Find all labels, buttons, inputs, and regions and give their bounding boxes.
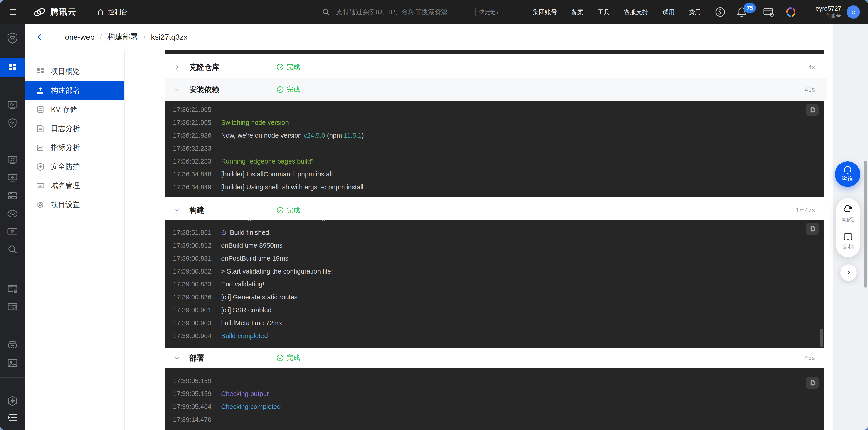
rail-image-icon[interactable] [7,358,18,368]
rail-divider [0,84,25,85]
rail-terminal-list-icon[interactable] [7,413,18,422]
sidebar-item-log-analysis[interactable]: 日志分析 [25,119,124,138]
sidebar-item-domains[interactable]: W. 域名管理 [25,176,124,195]
notification-bell-icon[interactable]: 75 [737,7,747,18]
service-icon[interactable] [715,7,725,17]
duration-label: 1m47s [796,207,815,214]
settings-icon [36,201,44,209]
log-line: 17:39:00.832> Start validating the confi… [165,265,824,278]
nav-trial[interactable]: 试用 [662,8,675,16]
status-badge: 完成 [276,63,300,72]
log-line: 17:39:00.901[cli] SSR enabled [165,304,824,317]
nav-billing[interactable]: 费用 [689,8,701,16]
rail-globe-pulse-icon[interactable] [7,209,18,218]
section-row-clone-repo[interactable]: 克隆仓库 完成 4s [165,56,827,78]
section-row-deploy[interactable]: 部署 完成 45s [165,348,827,368]
nav-icp[interactable]: 备案 [571,8,583,16]
duration-label: 4s [808,64,815,71]
copy-log-button[interactable] [806,377,818,389]
search-shortcut-badge: 快捷键 / [475,7,502,18]
copy-log-button[interactable] [806,104,818,116]
breadcrumb: one-web / 构建部署 / ksi27tq3zx [65,32,187,42]
rail-item-pages-active[interactable] [0,58,25,77]
side-nav: 项目概览 构建部署 KV 存储 日志分析 指标分析 安全防护 W. 域名管理 项 [25,50,125,430]
sidebar-item-metrics[interactable]: 指标分析 [25,138,124,157]
chevron-right-icon[interactable] [174,64,180,70]
account-name: eyre5727 [815,5,841,13]
log-lines: 17:36:21.00517:36:21.005Switching node v… [165,101,824,197]
floating-menu: 动态 文档 [836,198,860,257]
hamburger-menu-icon[interactable] [9,8,18,16]
grid-icon [36,67,44,75]
console-settings-icon[interactable] [763,7,774,17]
docs-button[interactable]: 文档 [842,233,854,251]
news-button[interactable]: 动态 [842,205,854,223]
log-line: 17:36:32.233 [165,142,824,155]
copy-log-button[interactable] [806,223,818,235]
topbar-right: 集团账号 备案 工具 客服支持 试用 费用 75 [532,0,868,24]
section-row-build[interactable]: 构建 完成 1m47s [165,201,827,220]
sidebar-item-build-deploy[interactable]: 构建部署 [25,81,124,100]
edgeone-logo-icon[interactable] [7,32,19,44]
log-line: 17:36:32.233Running "edgeone pages build… [165,155,824,168]
log-lines: 17:38:51.861⏱ Build finished.17:39:00.81… [165,220,824,348]
nav-tools[interactable]: 工具 [597,8,610,16]
rail-browser-dashboard-icon[interactable] [7,302,18,312]
rail-monitor-pulse-icon[interactable] [7,100,18,110]
nav-group-account[interactable]: 集团账号 [532,8,557,16]
log-line: 17:36:21.005 [165,103,824,116]
ai-assistant-icon[interactable] [785,7,796,18]
rail-hexagon-bolt-icon[interactable] [7,396,18,406]
log-scrollbar-thumb[interactable] [820,329,823,347]
rail-browser-gear-icon[interactable] [7,284,18,294]
global-search[interactable]: 支持通过实例ID、IP、名称等搜索资源 快捷键 / [313,0,515,24]
sidebar-item-overview[interactable]: 项目概览 [25,62,124,81]
collapse-panel-button[interactable] [840,264,857,281]
section-row-install-deps[interactable]: 安装依赖 完成 41s [165,78,827,101]
rail-search-icon[interactable] [7,244,18,255]
headset-icon [843,166,852,174]
chevron-down-icon[interactable] [174,87,180,92]
duration-label: 41s [805,86,815,93]
page-scrollbar-thumb[interactable] [864,161,867,288]
nav-support[interactable]: 客服支持 [624,8,648,16]
rail-divider [0,321,25,321]
log-line: 17:39:00.904Build completed [165,330,824,342]
breadcrumb-project[interactable]: one-web [65,33,94,41]
rail-monitor-download-icon[interactable] [7,173,18,183]
log-panel-deploy: 17:39:05.15917:39:05.159Checking output1… [165,368,824,430]
log-line: 17:39:00.903buildMeta time 72ms [165,317,824,330]
svg-text:IP: IP [11,230,14,234]
log-line: 17:39:05.464Checking completed [165,400,824,413]
sidebar-item-security[interactable]: 安全防护 [25,157,124,176]
app-window: 腾讯云 控制台 支持通过实例ID、IP、名称等搜索资源 快捷键 / 集团账号 备… [0,0,868,430]
sidebar-item-kv-storage[interactable]: KV 存储 [25,100,124,119]
consult-button[interactable]: 咨询 [835,162,860,187]
log-panel-install-deps: 17:36:21.00517:36:21.005Switching node v… [165,101,824,197]
back-arrow-icon[interactable] [37,33,47,41]
chevron-down-icon[interactable] [174,207,180,213]
log-line: 17:38:51.861⏱ Build finished. [165,226,824,239]
log-line: 17:39:14.470 [165,413,824,426]
log-line: 17:36:34.849[builder] Using shell: sh wi… [165,181,824,194]
shield-plus-icon [36,163,44,171]
brand[interactable]: 腾讯云 [33,6,76,18]
chevron-down-icon[interactable] [174,355,180,361]
upload-icon [36,87,44,95]
status-badge: 完成 [276,85,300,94]
rail-monitor-refresh-icon[interactable] [7,155,18,165]
avatar[interactable]: e [847,5,860,19]
breadcrumb-build-deploy[interactable]: 构建部署 [107,32,138,42]
status-badge: 完成 [276,206,300,215]
account-type: 主账号 [826,13,841,19]
breadcrumb-build-id: ksi27tq3zx [151,33,187,41]
account-info[interactable]: eyre5727 主账号 [815,5,841,19]
log-line: 17:39:05.159 [165,374,824,387]
rail-ip-icon[interactable]: IP [7,227,18,236]
console-link[interactable]: 控制台 [96,7,128,16]
rail-shield-pulse-icon[interactable] [8,118,17,128]
rail-server-rack-icon[interactable] [7,191,18,201]
cloud-bell-icon [843,205,853,213]
rail-printer-icon[interactable] [7,340,18,350]
sidebar-item-settings[interactable]: 项目设置 [25,195,124,214]
